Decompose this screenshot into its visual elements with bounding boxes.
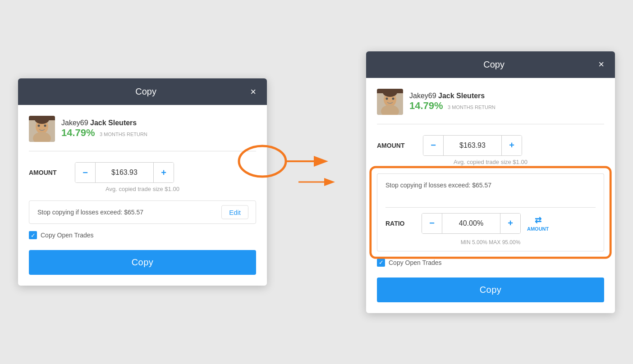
dialog-2-user-details: Jakey69 Jack Sleuters 14.79% 3 MONTHS RE…: [409, 92, 495, 112]
dialog-2-amount-value: $163.93: [443, 136, 502, 155]
dialog-2-ratio-label: RATIO: [385, 220, 417, 227]
dialog-1-stop-copy-text: Stop copying if losses exceed: $65.57: [37, 209, 143, 216]
dialog-2-copy-button[interactable]: Copy: [377, 278, 604, 302]
amount-toggle-label: AMOUNT: [527, 226, 549, 232]
dialog-2-close-button[interactable]: ×: [598, 59, 604, 69]
dialog-1-amount-stepper: − $163.93 +: [75, 162, 174, 183]
dialog-1-close-button[interactable]: ×: [250, 87, 256, 97]
dialog-1-checkbox[interactable]: ✓: [29, 231, 37, 239]
dialog-1-stop-copy-box: Stop copying if losses exceed: $65.57 Ed…: [29, 200, 256, 224]
svg-point-12: [386, 97, 388, 100]
dialog-1-amount-label: AMOUNT: [29, 169, 69, 176]
dialog-1-edit-button[interactable]: Edit: [221, 205, 248, 219]
dialog-1-copy-button[interactable]: Copy: [29, 250, 256, 275]
dialog-1-return-pct: 14.79%: [61, 127, 95, 138]
svg-point-3: [38, 125, 40, 127]
dialog-1-body: Jakey69 Jack Sleuters 14.79% 3 MONTHS RE…: [18, 105, 267, 286]
dialog-2-amount-row: AMOUNT − $163.93 +: [377, 135, 604, 156]
dialog-2-ratio-value: 40.00%: [442, 214, 500, 233]
dialog-2-ratio-stepper: − 40.00% +: [422, 213, 521, 234]
dialog-2-title: Copy: [390, 59, 598, 70]
dialog-2-ratio-min-max: MIN 5.00% MAX 95.00%: [385, 239, 596, 246]
dialog-1-plus-button[interactable]: +: [154, 163, 174, 182]
dialog-2-minus-button[interactable]: −: [423, 136, 443, 155]
dialog-2-user-name: Jakey69 Jack Sleuters: [409, 92, 495, 100]
dialog-1-avg-text: Avg. copied trade size $1.00: [29, 186, 256, 192]
dialog-2-user-info: Jakey69 Jack Sleuters 14.79% 3 MONTHS RE…: [377, 89, 604, 124]
dialog-1: Copy ×: [18, 78, 267, 286]
svg-point-4: [44, 125, 46, 127]
dialog-1-return-label: 3 MONTHS RETURN: [100, 132, 147, 137]
dialog-1-header: Copy ×: [18, 78, 267, 105]
arrow-area: [294, 164, 339, 200]
dialog-1-minus-button[interactable]: −: [75, 163, 95, 182]
dialog-1-user-details: Jakey69 Jack Sleuters 14.79% 3 MONTHS RE…: [61, 119, 147, 139]
dialog-1-check-label: Copy Open Trades: [41, 232, 94, 239]
dialog-2-amount-toggle-button[interactable]: ⇄ AMOUNT: [527, 215, 549, 232]
dialog-2-ratio-row: RATIO − 40.00% + ⇄ AMOUNT: [385, 207, 596, 237]
dialog-2-body: Jakey69 Jack Sleuters 14.79% 3 MONTHS RE…: [366, 78, 615, 313]
dialog-1-user-name: Jakey69 Jack Sleuters: [61, 119, 147, 127]
dialog-2-header: Copy ×: [366, 51, 615, 78]
dialog-1-amount-value: $163.93: [95, 163, 154, 182]
dialog-2-return-pct: 14.79%: [409, 100, 443, 111]
dialog-2-amount-stepper: − $163.93 +: [423, 135, 522, 156]
dialog-2-ratio-plus-button[interactable]: +: [500, 214, 520, 233]
dialog-2-avg-text: Avg. copied trade size $1.00: [377, 159, 604, 165]
dialog-2-stop-copy-box: Stop copying if losses exceed: $65.57: [377, 173, 604, 196]
transfer-icon: ⇄: [535, 215, 541, 225]
arrow-svg: [294, 164, 339, 200]
dialog-2-check-label: Copy Open Trades: [389, 259, 442, 266]
dialog-1-check-row[interactable]: ✓ Copy Open Trades: [29, 231, 256, 239]
dialog-2: Copy ×: [366, 51, 615, 313]
dialog-2-plus-button[interactable]: +: [502, 136, 522, 155]
dialog-2-stop-copy-text: Stop copying if losses exceed: $65.57: [385, 182, 491, 189]
dialog-2-ratio-section: RATIO − 40.00% + ⇄ AMOUNT MIN 5.00% MAX …: [377, 196, 604, 251]
dialog-1-avatar: [29, 116, 55, 142]
svg-point-13: [392, 97, 394, 100]
dialog-2-annotated-area: Stop copying if losses exceed: $65.57 RA…: [377, 173, 604, 251]
dialog-2-check-row[interactable]: ✓ Copy Open Trades: [377, 259, 604, 267]
dialog-2-return-label: 3 MONTHS RETURN: [448, 105, 495, 110]
dialog-2-amount-label: AMOUNT: [377, 142, 417, 149]
dialog-1-amount-row: AMOUNT − $163.93 +: [29, 162, 256, 183]
dialog-1-title: Copy: [41, 86, 250, 97]
dialog-2-checkbox[interactable]: ✓: [377, 259, 385, 267]
dialog-1-user-info: Jakey69 Jack Sleuters 14.79% 3 MONTHS RE…: [29, 116, 256, 151]
dialog-2-ratio-minus-button[interactable]: −: [422, 214, 442, 233]
dialog-2-avatar: [377, 89, 403, 115]
